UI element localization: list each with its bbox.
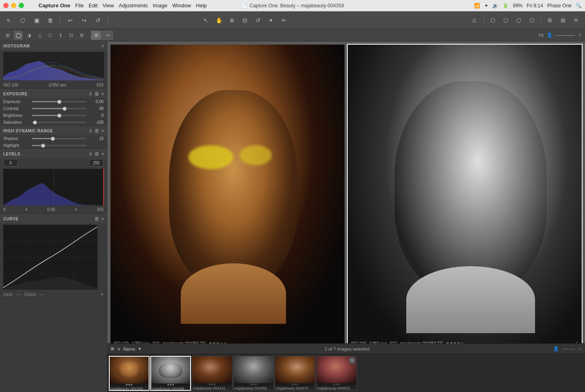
tab-library[interactable]: ⊞ [3, 31, 12, 40]
contrast-slider[interactable] [32, 108, 87, 109]
minimize-button[interactable] [11, 3, 16, 8]
tab-batch[interactable]: ⊡ [67, 31, 76, 40]
close-panel-button[interactable]: ✕ [570, 15, 582, 26]
process-button[interactable]: ⬡ [500, 15, 511, 26]
hdr-auto-badge: A [89, 129, 92, 133]
import-button[interactable]: ⬡ [17, 15, 28, 26]
pan-button[interactable]: ✋ [213, 15, 225, 26]
cursor-select-button[interactable]: ↖ [200, 15, 212, 26]
curve-eyedropper-icon[interactable]: ✦ [100, 292, 104, 297]
rotate-button[interactable]: ↺ [252, 15, 264, 26]
undo-button[interactable]: ↩ [65, 15, 76, 26]
zoom-slider[interactable]: ────── [556, 33, 575, 38]
hdr-header-controls: A ⛓ ▾ [89, 129, 104, 133]
filmstrip-thumb-1[interactable]: ▶ 1 majabeauty-004359.TIF [109, 356, 150, 391]
grid-button[interactable]: ⊞ [557, 15, 569, 26]
settings-button[interactable]: ⚙ [544, 15, 556, 26]
filmstrip-thumb-3[interactable]: majabeauty-004410.TIF [192, 356, 232, 391]
brightness-slider[interactable] [32, 115, 87, 116]
export-button[interactable]: ⬡ [487, 15, 498, 26]
tab-color[interactable]: ◑ [24, 31, 33, 40]
levels-link-icon[interactable]: ⛓ [95, 152, 99, 156]
cursor-tool-button[interactable]: ↖ [3, 15, 15, 26]
tab-exposure[interactable]: ◯ [14, 31, 23, 40]
search-icon[interactable]: 🔍 [576, 3, 582, 9]
levels-bottom: 0 ✦ 0.00 ✦ 255 [0, 206, 107, 214]
exposure-chevron-icon[interactable]: ▾ [102, 92, 104, 96]
brightness-value: 0 [89, 113, 104, 118]
exposure-slider[interactable] [32, 101, 87, 102]
view-menu[interactable]: View [102, 2, 114, 9]
adjustments-menu[interactable]: Adjustments [119, 2, 148, 9]
sort-arrow[interactable]: ▾ [139, 346, 141, 351]
saturation-slider[interactable] [32, 122, 87, 123]
filmstrip-slider[interactable]: ──── [562, 347, 575, 351]
curve-link-icon[interactable]: ⛓ [95, 217, 99, 221]
curve-input-value: — [17, 292, 21, 297]
curve-header[interactable]: CURVE ⛓ ▾ [0, 214, 107, 223]
photo-frame-color[interactable]: ISO 100 1/350 sec f/22 majabeauty-004359… [110, 45, 344, 348]
histogram-chevron-icon[interactable]: ▾ [102, 44, 104, 48]
filmstrip-thumb-4[interactable]: majabeauty-004450.TIF [233, 356, 274, 391]
photo-frame-bw[interactable]: ISO 100 1/350 sec f/22 majabeauty-004359… [348, 45, 582, 348]
filmstrip-thumb-5[interactable]: majabeauty-004475.TIF [275, 356, 315, 391]
filmstrip-thumb-6[interactable]: ⊡ majabeauty-004503.TIF [316, 356, 357, 391]
time-display: Fri 8:14 [526, 3, 543, 9]
levels-inputs-top [0, 158, 107, 167]
window-title-icon: 📄 [241, 3, 247, 9]
edit-menu[interactable]: Edit [89, 2, 98, 9]
image-menu[interactable]: Image [153, 2, 167, 9]
crop-button[interactable]: ▣ [31, 15, 42, 26]
tab-details[interactable]: △ [35, 31, 44, 40]
maximize-button[interactable] [19, 3, 24, 8]
filmstrip-thumb-2[interactable]: ▶ 2 majabeauty-004389.TIF [150, 356, 191, 391]
eyedropper-button[interactable]: ✦ [265, 15, 277, 26]
levels-eyedropper-white[interactable]: ✦ [74, 207, 78, 212]
hdr-link-icon[interactable]: ⛓ [95, 129, 99, 133]
exposure-link-icon[interactable]: ⛓ [95, 92, 99, 96]
levels-header[interactable]: LEVELS A ⛓ ▾ [0, 149, 107, 158]
curve-section: CURVE ⛓ ▾ [0, 214, 107, 299]
zoom-button[interactable]: ⊕ [226, 15, 238, 26]
levels-input-right[interactable] [89, 159, 104, 166]
shadow-slider[interactable] [32, 138, 87, 139]
tab-output[interactable]: ⚙ [77, 31, 86, 40]
levels-input-left[interactable] [3, 159, 18, 166]
saturation-value: -100 [89, 120, 104, 125]
view-grid-button[interactable]: ⊞ [91, 31, 102, 40]
filmstrip-expand-icon[interactable]: ⤢ [578, 346, 582, 351]
tab-metadata[interactable]: ℹ [56, 31, 65, 40]
view-single-button[interactable]: ▭ [102, 31, 113, 40]
traffic-lights[interactable] [3, 3, 24, 8]
highlight-row: Highlight [0, 142, 107, 149]
levels-output-left: 0 [3, 207, 6, 212]
warning-button[interactable]: ⚠ [469, 15, 480, 26]
expand-icon[interactable]: ⤢ [578, 32, 582, 38]
levels-chevron-icon[interactable]: ▾ [102, 152, 104, 156]
trash-button[interactable]: 🗑 [45, 15, 56, 26]
filmstrip-user-icon: 👤 [553, 346, 559, 351]
window-menu[interactable]: Window [172, 2, 191, 9]
tab-lens[interactable]: ⬡ [46, 31, 54, 40]
close-button[interactable] [3, 3, 9, 8]
help-menu[interactable]: Help [196, 2, 207, 9]
sort-label[interactable]: Name [123, 347, 135, 351]
histogram-header[interactable]: HISTOGRAM ▾ [0, 41, 107, 50]
curve-chevron-icon[interactable]: ▾ [102, 217, 104, 221]
highlight-label: Highlight [3, 143, 30, 148]
reset-button[interactable]: ↺ [92, 15, 104, 26]
hdr-header[interactable]: HIGH DYNAMIC RANGE A ⛓ ▾ [0, 126, 107, 135]
edit-tool-button[interactable]: ⬡ [526, 15, 537, 26]
thumb6-name: majabeauty-004503.TIF [316, 386, 356, 391]
heal-button[interactable]: ✏ [278, 15, 290, 26]
highlight-slider[interactable] [32, 145, 87, 146]
crop-tool-button[interactable]: ⊟ [239, 15, 251, 26]
redo-button[interactable]: ↪ [78, 15, 90, 26]
exposure-header[interactable]: EXPOSURE A ⛓ ▾ [0, 89, 107, 98]
file-menu[interactable]: File [75, 2, 84, 9]
hdr-chevron-icon[interactable]: ▾ [102, 129, 104, 133]
app-menu[interactable]: Capture One [39, 2, 70, 9]
filmstrip: ⊞ ≡ Name ▾ 2 of 7 images selected 👤 ────… [107, 343, 585, 392]
share-button[interactable]: ⬡ [513, 15, 524, 26]
levels-eyedropper-black[interactable]: ✦ [24, 207, 28, 212]
